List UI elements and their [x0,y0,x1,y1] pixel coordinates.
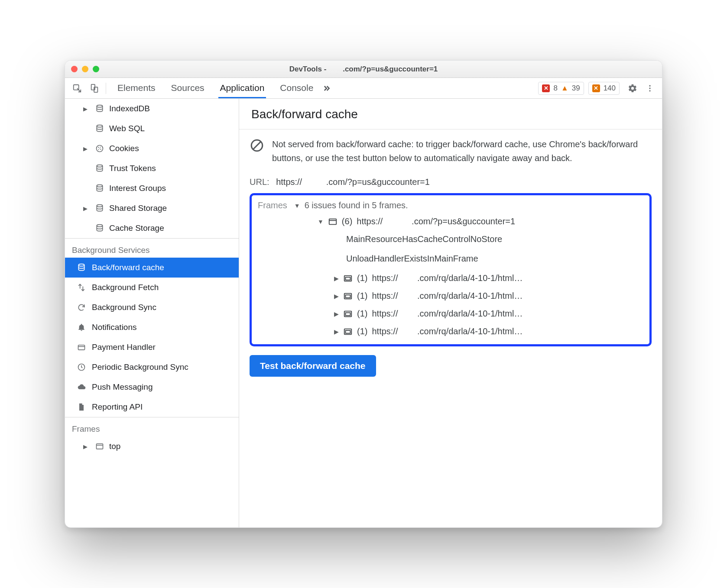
tab-application[interactable]: Application [218,78,266,98]
traffic-lights [71,66,99,72]
sidebar-item-periodic-sync[interactable]: Periodic Background Sync [65,357,239,377]
minimize-window-button[interactable] [82,66,88,72]
chevron-down-icon: ▼ [318,218,324,225]
database-icon [94,104,105,113]
bfcache-reason: UnloadHandlerExistsInMainFrame [258,254,643,264]
sidebar-item-notifications[interactable]: Notifications [65,317,239,337]
sidebar-item-shared-storage[interactable]: ▶ Shared Storage [65,198,239,218]
svg-point-4 [649,87,650,89]
sub-frame-row[interactable]: ▶ (1) https://____.com/rq/darla/4-10-1/h… [258,309,643,319]
url-prefix: https:// [276,177,302,187]
device-toolbar-icon[interactable] [87,81,102,96]
svg-rect-31 [346,330,351,333]
window-icon [328,217,338,226]
svg-point-7 [97,125,102,127]
window-icon [94,442,105,451]
panel-body: ▶ IndexedDB Web SQL ▶ Cookies Trust Toke… [65,99,662,527]
notice-row: Not served from back/forward cache: to t… [250,137,652,165]
titlebar: DevTools - ___ .com/?p=us&guccounter=1 [65,61,662,78]
file-icon [76,403,87,411]
sub-frame-row[interactable]: ▶ (1) https://____.com/rq/darla/4-10-1/h… [258,291,643,301]
bell-icon [76,323,87,332]
frame-url: https://____.com/rq/darla/4-10-1/html… [372,326,523,336]
sub-frame-row[interactable]: ▶ (1) https://____.com/rq/darla/4-10-1/h… [258,273,643,283]
sidebar-label: Notifications [92,323,137,332]
sidebar-item-interest-groups[interactable]: Interest Groups [65,178,239,198]
devtools-toolbar: Elements Sources Application Console ✕ 8… [65,78,662,99]
sidebar-item-frame-top[interactable]: ▶ top [65,436,239,456]
chevron-right-icon: ▶ [334,293,339,300]
url-label: URL: [250,177,269,187]
database-icon [94,184,105,193]
frames-summary-row[interactable]: Frames ▼ 6 issues found in 5 frames. [258,200,643,210]
sidebar-label: Back/forward cache [92,263,164,272]
window-title-suffix: .com/?p=us&guccounter=1 [343,65,438,73]
database-icon [76,263,87,272]
sidebar-item-push-messaging[interactable]: Push Messaging [65,377,239,397]
root-frame-row[interactable]: ▼ (6) https://______.com/?p=us&guccounte… [258,216,643,226]
warning-icon: ▲ [561,84,568,93]
svg-point-15 [97,185,102,187]
frame-url: https://______.com/?p=us&guccounter=1 [357,216,515,226]
sidebar-item-background-fetch[interactable]: Background Fetch [65,278,239,297]
sidebar-item-background-sync[interactable]: Background Sync [65,297,239,317]
svg-point-17 [97,225,102,227]
tab-sources[interactable]: Sources [169,78,206,98]
sidebar-item-websql[interactable]: Web SQL [65,119,239,139]
sync-icon [76,303,87,312]
frame-count: (6) [342,216,352,226]
tab-elements[interactable]: Elements [116,78,157,98]
bg-services-heading: Background Services [65,238,239,258]
window-title-prefix: DevTools - [289,65,327,73]
sidebar-label: Payment Handler [92,342,156,352]
sidebar-label: Push Messaging [92,382,153,392]
url-suffix: .com/?p=us&guccounter=1 [326,177,430,187]
iframe-icon [343,291,353,301]
chevron-right-icon: ▶ [334,275,339,282]
card-icon [76,343,87,352]
svg-point-5 [649,90,650,91]
sidebar-item-trust-tokens[interactable]: Trust Tokens [65,158,239,178]
sidebar-item-indexeddb[interactable]: ▶ IndexedDB [65,99,239,119]
inspect-element-icon[interactable] [69,81,85,96]
issues-count: 140 [604,84,616,93]
database-icon [94,224,105,233]
svg-point-3 [649,85,650,86]
sidebar-label: Trust Tokens [109,164,156,173]
errors-warnings-badge[interactable]: ✕ 8 ▲ 39 [538,82,584,95]
issues-badge[interactable]: ✕ 140 [588,82,620,95]
frame-url: https://____.com/rq/darla/4-10-1/html… [372,291,523,301]
tab-console[interactable]: Console [278,78,315,98]
database-icon [94,164,105,173]
sub-frame-row[interactable]: ▶ (1) https://____.com/rq/darla/4-10-1/h… [258,326,643,336]
iframe-icon [343,309,353,319]
frame-count: (1) [357,309,367,319]
more-tabs-icon[interactable] [322,84,331,93]
svg-rect-29 [346,313,351,315]
sidebar-item-cache-storage[interactable]: Cache Storage [65,218,239,238]
gear-icon[interactable] [625,81,640,96]
bfcache-reason: MainResourceHasCacheControlNoStore [258,234,643,244]
errors-count: 8 [553,84,557,93]
sidebar-label: Periodic Background Sync [92,362,188,372]
sidebar-item-bfcache[interactable]: Back/forward cache [65,258,239,278]
svg-point-16 [97,205,102,207]
svg-point-11 [98,149,99,150]
panel-tabs: Elements Sources Application Console [116,78,315,98]
sidebar-item-cookies[interactable]: ▶ Cookies [65,139,239,158]
devtools-window: DevTools - ___ .com/?p=us&guccounter=1 E… [65,60,662,528]
kebab-menu-icon[interactable] [642,81,658,96]
issues-icon: ✕ [592,84,600,92]
svg-point-6 [97,105,102,107]
frame-url: https://____.com/rq/darla/4-10-1/html… [372,309,523,319]
window-title: DevTools - ___ .com/?p=us&guccounter=1 [65,65,662,74]
sidebar-item-payment-handler[interactable]: Payment Handler [65,337,239,357]
application-sidebar: ▶ IndexedDB Web SQL ▶ Cookies Trust Toke… [65,99,239,527]
sidebar-item-reporting-api[interactable]: Reporting API [65,397,239,417]
svg-rect-25 [346,277,351,280]
sidebar-label: IndexedDB [109,104,150,113]
close-window-button[interactable] [71,66,78,72]
zoom-window-button[interactable] [93,66,99,72]
sidebar-label: Interest Groups [109,184,166,193]
test-bfcache-button[interactable]: Test back/forward cache [250,355,376,377]
